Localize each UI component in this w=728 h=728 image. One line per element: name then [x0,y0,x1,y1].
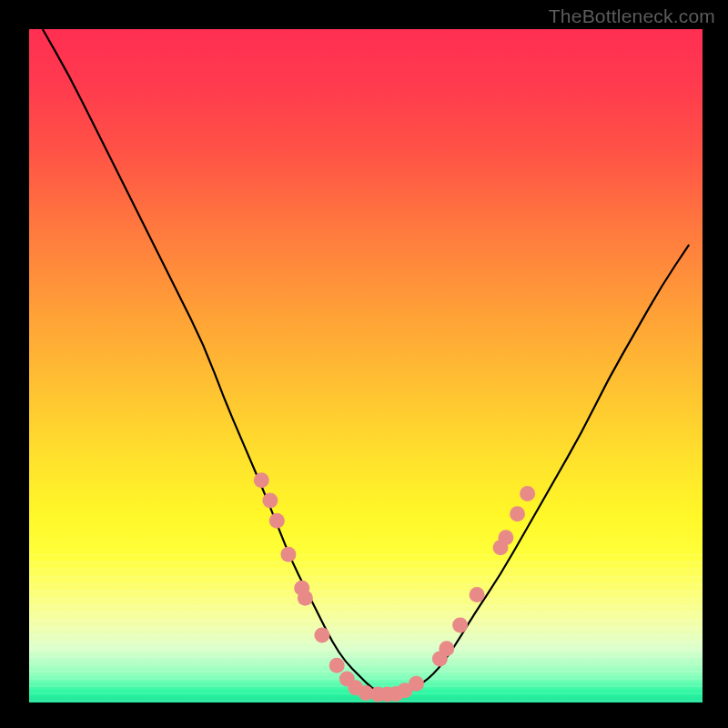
curve-marker [314,628,329,643]
chart-frame: TheBottleneck.com [0,0,728,728]
bottleneck-curve [43,29,689,696]
curve-marker [280,547,296,562]
curve-marker [269,513,285,529]
curve-marker [470,587,485,602]
curve-marker [452,617,468,632]
curve-marker [329,658,345,673]
curve-marker [298,591,313,606]
curve-marker [254,472,269,488]
curve-marker [262,493,278,509]
curve-marker [498,530,513,545]
curve-marker [439,641,454,656]
plot-area [29,29,703,703]
curve-marker [409,676,424,692]
curve-marker [510,506,525,521]
chart-svg [29,29,703,703]
curve-marker [520,486,535,501]
watermark-text: TheBottleneck.com [549,5,715,27]
